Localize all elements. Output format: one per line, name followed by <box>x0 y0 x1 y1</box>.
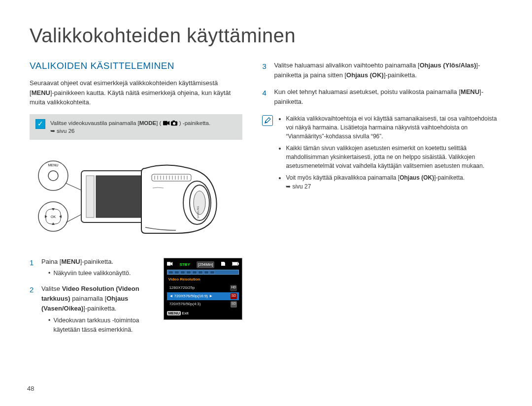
svg-point-15 <box>194 191 205 215</box>
page-number: 48 <box>27 385 34 392</box>
step-3: 3 Valitse haluamasi alivalikon vaihtoeht… <box>262 61 502 80</box>
video-mode-icon <box>167 261 173 268</box>
step-number: 3 <box>262 61 268 72</box>
video-photo-mode-icons <box>163 120 178 126</box>
ok-button-label: OK <box>51 215 56 219</box>
lcd-tab-icons <box>167 270 239 275</box>
mode-note: ✓ Valitse videokuvaustila painamalla [MO… <box>30 114 242 140</box>
lcd-exit: MENU Exit <box>167 311 239 316</box>
intro-paragraph: Seuraavat ohjeet ovat esimerkkejä valikk… <box>30 78 242 107</box>
note-item: Kaikki tämän sivun valikkojen asetusten … <box>286 144 502 170</box>
lcd-resolution-item: 720X576/50p(4:3)SD <box>167 300 239 308</box>
step-1: 1 Paina [MENU]-painiketta. Näkyviin tule… <box>30 257 157 279</box>
step-number: 2 <box>30 284 35 295</box>
lcd-remaining-time: [254Min] <box>197 261 215 268</box>
section-heading: VALIKOIDEN KÄSITTELEMINEN <box>30 61 242 71</box>
camcorder-svg: MENU OK <box>30 154 227 247</box>
svg-rect-32 <box>238 263 239 265</box>
step-4: 4 Kun olet tehnyt haluamasi asetukset, p… <box>262 87 502 107</box>
steps-right: 3 Valitse haluamasi alivalikon vaihtoeht… <box>262 61 502 107</box>
lcd-resolution-item: 1280X720/25pHD <box>167 284 239 292</box>
note-item: Voit myös käyttää pikavalikkoa painamall… <box>286 173 502 191</box>
svg-rect-3 <box>172 121 174 122</box>
battery-icon <box>232 262 239 268</box>
check-icon: ✓ <box>35 119 45 129</box>
step-2-sub: Videokuvan tarkkuus -toimintoa käytetään… <box>48 316 157 335</box>
lcd-resolution-item-selected: ◄ 720X576/50p(16:9) ►SD <box>167 292 239 300</box>
svg-point-5 <box>48 171 58 181</box>
page-ref-arrow <box>50 128 57 134</box>
svg-rect-12 <box>96 176 141 218</box>
page-ref-arrow <box>286 183 292 190</box>
step-1-sub: Näkyviin tulee valikkonäyttö. <box>48 269 157 278</box>
menu-button-label: MENU <box>48 163 59 167</box>
step-number: 1 <box>30 257 35 268</box>
step-number: 4 <box>262 87 268 98</box>
camcorder-illustration: MENU OK <box>30 149 242 252</box>
steps-left: STBY [254Min] Video Resolution <box>30 257 242 335</box>
svg-rect-30 <box>167 262 171 266</box>
svg-rect-33 <box>233 262 237 265</box>
lcd-stby: STBY <box>179 262 190 268</box>
step-2: 2 Valitse Video Resolution (Videon tarkk… <box>30 284 157 335</box>
page-title: Valikkokohteiden käyttäminen <box>30 25 502 47</box>
lcd-menu-title: Video Resolution <box>167 276 239 284</box>
note-item: Kaikkia valikkovaihtoehtoja ei voi käytt… <box>286 114 502 141</box>
svg-point-2 <box>173 123 175 125</box>
mode-note-text: Valitse videokuvaustila painamalla [MODE… <box>50 119 210 135</box>
sdcard-icon <box>221 261 226 268</box>
svg-text:SAMSUNG: SAMSUNG <box>197 206 200 218</box>
right-notes: Kaikkia valikkovaihtoehtoja ei voi käytt… <box>262 114 502 194</box>
note-info-icon <box>262 115 273 126</box>
lcd-screenshot: STBY [254Min] Video Resolution <box>164 258 242 320</box>
svg-rect-11 <box>86 176 94 218</box>
svg-rect-0 <box>163 121 167 125</box>
